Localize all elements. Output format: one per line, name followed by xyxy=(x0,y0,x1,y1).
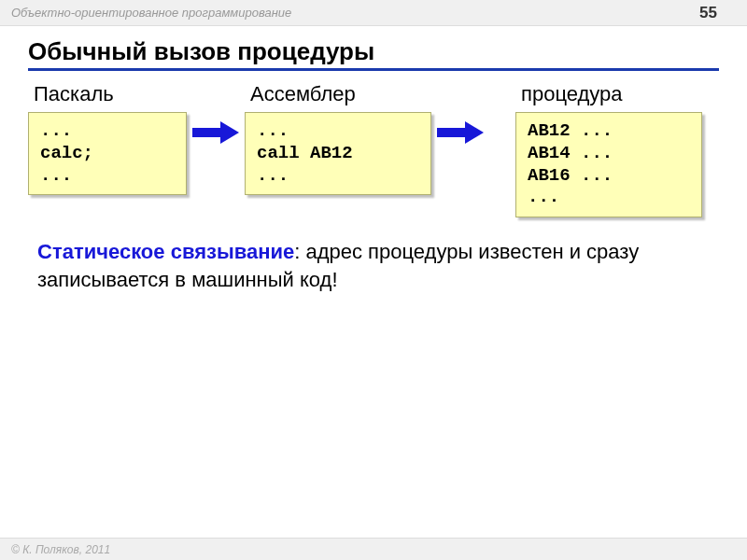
svg-marker-1 xyxy=(437,121,484,144)
arrow-right-icon xyxy=(192,119,239,146)
pascal-code: ... calc; ... xyxy=(28,112,187,195)
pascal-label: Паскаль xyxy=(28,82,187,106)
asm-label: Ассемблер xyxy=(245,82,431,106)
arrow-1 xyxy=(187,119,245,146)
asm-column: Ассемблер ... call AB12 ... xyxy=(245,82,431,195)
definition-text: Статическое связывание: адрес процедуры … xyxy=(0,217,747,293)
proc-code: AB12 ... AB14 ... AB16 ... ... xyxy=(515,112,702,217)
asm-code: ... call AB12 ... xyxy=(245,112,431,195)
proc-label: процедура xyxy=(515,82,702,106)
code-columns: Паскаль ... calc; ... Ассемблер ... call… xyxy=(0,75,747,217)
slide-footer: © К. Поляков, 2011 xyxy=(0,538,747,560)
page-number: 55 xyxy=(699,4,736,22)
copyright: © К. Поляков, 2011 xyxy=(11,543,110,556)
slide-header: Объектно-ориентированное программировани… xyxy=(0,0,747,26)
arrow-right-icon xyxy=(437,119,484,146)
course-title: Объектно-ориентированное программировани… xyxy=(11,6,291,20)
arrow-2 xyxy=(431,119,489,146)
svg-marker-0 xyxy=(192,121,239,144)
pascal-column: Паскаль ... calc; ... xyxy=(28,82,187,195)
definition-term: Статическое связывание xyxy=(37,240,294,263)
proc-column: процедура AB12 ... AB14 ... AB16 ... ... xyxy=(515,82,702,217)
slide-title: Обычный вызов процедуры xyxy=(28,37,719,71)
